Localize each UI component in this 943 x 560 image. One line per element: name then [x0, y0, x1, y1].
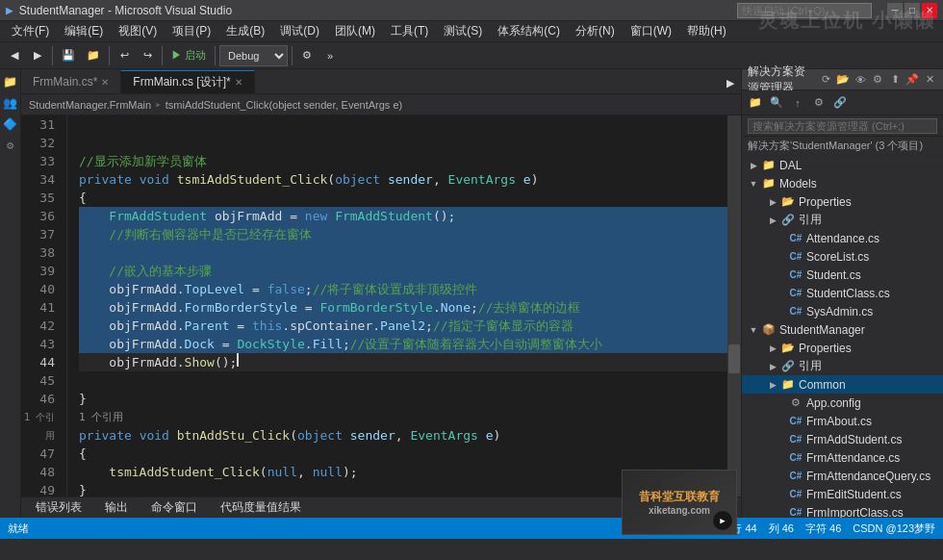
undo-button[interactable]: ↩: [114, 45, 135, 66]
sep2: [109, 46, 110, 65]
menu-tools[interactable]: 工具(T): [383, 21, 436, 41]
tree-common[interactable]: ▶ 📁 Common: [742, 375, 943, 394]
menu-architecture[interactable]: 体系结构(C): [490, 21, 568, 41]
close-button[interactable]: ✕: [922, 3, 937, 18]
dal-arrow: ▶: [746, 161, 761, 170]
tab-command[interactable]: 命令窗口: [140, 498, 208, 518]
code-line-45: [79, 371, 727, 390]
menu-test[interactable]: 测试(S): [436, 21, 490, 41]
tree-student[interactable]: C# Student.cs: [742, 266, 943, 284]
menu-debug[interactable]: 调试(D): [272, 21, 327, 41]
pin-icon[interactable]: 📌: [905, 72, 920, 88]
activity-bar: 📁 👥 🔷 ⚙: [0, 69, 21, 518]
tree-sm-properties[interactable]: ▶ 📂 Properties: [742, 339, 943, 357]
scorelist-label: ScoreList.cs: [806, 250, 869, 264]
start-button[interactable]: ▶ 启动: [166, 45, 211, 66]
sep5: [292, 46, 293, 65]
code-line-36: FrmAddStudent objFrmAdd = new FrmAddStud…: [79, 207, 727, 225]
team-explorer-icon[interactable]: 👥: [2, 94, 19, 112]
tree-dal[interactable]: ▶ 📁 DAL: [742, 156, 943, 174]
solution-collapse-icon[interactable]: ⬆: [887, 72, 903, 88]
menu-team[interactable]: 团队(M): [327, 21, 383, 41]
tab-output[interactable]: 输出: [94, 498, 139, 518]
close-tab-design-icon[interactable]: ✕: [235, 77, 242, 88]
save-all-button[interactable]: 📁: [82, 45, 105, 66]
appconfig-label: App.config: [806, 396, 861, 410]
editor-scrollbar[interactable]: [727, 115, 741, 496]
toolbar-more[interactable]: »: [319, 45, 341, 66]
menu-window[interactable]: 窗口(W): [623, 21, 679, 41]
menu-help[interactable]: 帮助(H): [679, 21, 734, 41]
tree-frmattendance[interactable]: C# FrmAttendance.cs: [742, 448, 943, 467]
code-content[interactable]: 31 32 33 34 35 36 37 38 39 40 41 42 43 4…: [21, 115, 741, 496]
tree-appconfig[interactable]: ⚙ App.config: [742, 394, 943, 412]
status-ready: 就绪: [8, 522, 29, 536]
menu-build[interactable]: 生成(B): [218, 21, 272, 41]
tree-frmabout[interactable]: C# FrmAbout.cs: [742, 412, 943, 430]
solution-tb-3[interactable]: ↑: [788, 93, 807, 113]
tree-attendance[interactable]: C# Attendance.cs: [742, 229, 943, 247]
menu-analyze[interactable]: 分析(N): [568, 21, 623, 41]
frmeditstudent-icon: C#: [788, 487, 803, 502]
code-line-42: objFrmAdd.Parent = this.spContainer.Pane…: [79, 317, 727, 335]
close-tab-icon[interactable]: ✕: [101, 77, 109, 88]
solution-new-folder-icon[interactable]: 📂: [835, 72, 851, 88]
back-button[interactable]: ◀: [4, 45, 25, 66]
scroll-tabs-right[interactable]: ▶: [720, 72, 741, 93]
menu-project[interactable]: 项目(P): [165, 21, 218, 41]
restore-button[interactable]: □: [905, 3, 920, 18]
frmeditstudent-label: FrmEditStudent.cs: [806, 488, 902, 501]
solution-search-input[interactable]: [748, 118, 937, 134]
tree-studentclass[interactable]: C# StudentClass.cs: [742, 284, 943, 302]
quick-launch-input[interactable]: [737, 3, 872, 18]
menu-file[interactable]: 文件(F): [4, 21, 57, 41]
menu-edit[interactable]: 编辑(E): [57, 21, 111, 41]
play-button[interactable]: ▶: [713, 511, 732, 530]
tree-frmimportclass[interactable]: C# FrmImportClass.cs: [742, 503, 943, 518]
tab-frmmain-design[interactable]: FrmMain.cs [设计]* ✕: [121, 70, 254, 93]
tab-error-list[interactable]: 错误列表: [25, 498, 92, 518]
tree-models-properties[interactable]: ▶ 📂 Properties: [742, 192, 943, 211]
sm-proj-icon: 📦: [761, 322, 777, 338]
solution-tb-4[interactable]: ⚙: [809, 93, 828, 113]
student-label: Student.cs: [806, 268, 861, 282]
models-refs-label: 引用: [799, 212, 822, 228]
tree-view[interactable]: ▶ 📁 DAL ▼ 📁 Models ▶ 📂 Properties ▶: [742, 156, 943, 518]
code-editor[interactable]: //显示添加新学员窗体 private void tsmiAddStudent_…: [67, 115, 727, 496]
tree-frmaddstudent[interactable]: C# FrmAddStudent.cs: [742, 430, 943, 448]
solution-tb-2[interactable]: 🔍: [767, 93, 786, 113]
solution-properties-icon[interactable]: ⚙: [870, 72, 885, 88]
solution-tb-1[interactable]: 📁: [746, 93, 765, 113]
solution-show-all-icon[interactable]: 👁: [853, 72, 868, 88]
tree-frmeditstudent[interactable]: C# FrmEditStudent.cs: [742, 485, 943, 503]
close-panel-icon[interactable]: ✕: [922, 72, 937, 88]
class-view-icon[interactable]: 🔷: [2, 115, 19, 133]
code-line-41: objFrmAdd.FormBorderStyle = FormBorderSt…: [79, 298, 727, 317]
save-button[interactable]: 💾: [57, 45, 80, 66]
tab-metrics[interactable]: 代码度量值结果: [210, 498, 312, 518]
attach-debugger[interactable]: ⚙: [296, 45, 318, 66]
menu-view[interactable]: 视图(V): [111, 21, 165, 41]
video-overlay[interactable]: 昔科堂互联教育 xiketang.com ▶: [622, 470, 737, 535]
tree-sm-refs[interactable]: ▶ 🔗 引用: [742, 357, 943, 375]
code-line-33: //显示添加新学员窗体: [79, 152, 727, 170]
solution-sync-icon[interactable]: ⟳: [818, 72, 833, 88]
namespace-path: StudentManager.FrmMain: [29, 99, 151, 111]
forward-button[interactable]: ▶: [27, 45, 48, 66]
common-label: Common: [799, 378, 846, 392]
tree-frmattendancequery[interactable]: C# FrmAttendanceQuery.cs: [742, 467, 943, 485]
tree-studentmanager[interactable]: ▼ 📦 StudentManager: [742, 320, 943, 339]
solution-tb-5[interactable]: 🔗: [830, 93, 850, 113]
redo-button[interactable]: ↪: [137, 45, 158, 66]
properties-icon[interactable]: ⚙: [2, 137, 19, 154]
tab-frmmain-cs[interactable]: FrmMain.cs* ✕: [21, 70, 121, 93]
solution-toolbar: 📁 🔍 ↑ ⚙ 🔗: [742, 90, 943, 115]
solution-explorer-icon[interactable]: 📁: [2, 73, 19, 90]
tree-scorelist[interactable]: C# ScoreList.cs: [742, 247, 943, 266]
debug-config-dropdown[interactable]: Debug Release: [219, 45, 288, 66]
tree-sysadmin[interactable]: C# SysAdmin.cs: [742, 302, 943, 320]
tree-models[interactable]: ▼ 📁 Models: [742, 174, 943, 192]
video-logo: 昔科堂互联教育 xiketang.com: [639, 489, 720, 516]
minimize-button[interactable]: ─: [887, 3, 903, 18]
tree-models-refs[interactable]: ▶ 🔗 引用: [742, 211, 943, 229]
